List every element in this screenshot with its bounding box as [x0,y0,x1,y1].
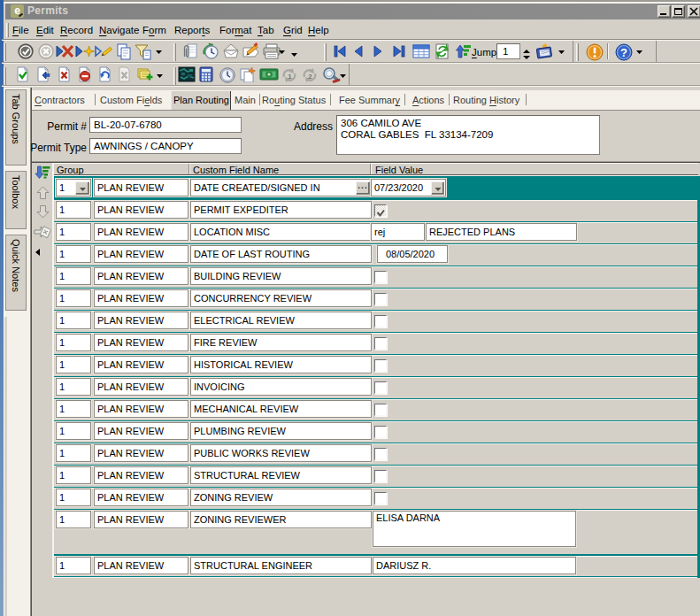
svg-text:2: 2 [308,73,312,81]
svg-text:1: 1 [288,73,292,81]
svg-text:?: ? [620,46,627,59]
